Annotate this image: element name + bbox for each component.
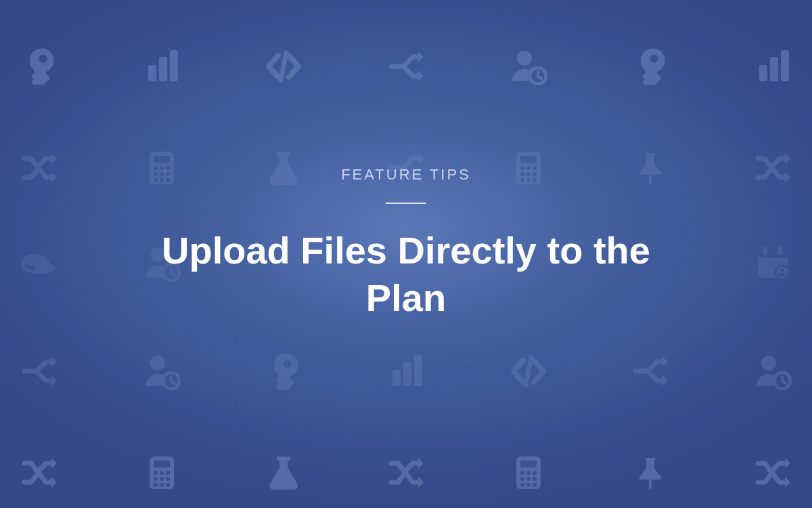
key-icon [20, 47, 58, 85]
bar-chart-icon [387, 352, 425, 390]
split-icon [631, 352, 669, 390]
code-icon [510, 352, 547, 390]
pin-icon [631, 454, 669, 492]
calculator-icon [143, 454, 181, 492]
icon-row [0, 352, 812, 390]
split-icon [387, 47, 425, 85]
bar-chart-icon [143, 47, 181, 85]
shuffle-icon [754, 454, 792, 492]
user-clock-icon [754, 352, 792, 390]
bar-chart-icon [754, 47, 792, 85]
key-icon [265, 352, 302, 390]
calculator-icon [510, 454, 547, 492]
icon-row [0, 47, 812, 85]
split-icon [20, 352, 58, 390]
shuffle-icon [20, 454, 58, 492]
hero-divider [386, 203, 426, 204]
icon-row [0, 454, 812, 492]
key-icon [631, 47, 669, 85]
hero-eyebrow: FEATURE TIPS [0, 166, 812, 184]
flask-icon [265, 454, 302, 492]
shuffle-icon [387, 454, 425, 492]
code-icon [265, 47, 302, 85]
user-clock-icon [510, 47, 547, 85]
hero-title: Upload Files Directly to the Plan [142, 227, 670, 322]
user-clock-icon [143, 352, 181, 390]
hero-block: FEATURE TIPS Upload Files Directly to th… [0, 166, 812, 322]
